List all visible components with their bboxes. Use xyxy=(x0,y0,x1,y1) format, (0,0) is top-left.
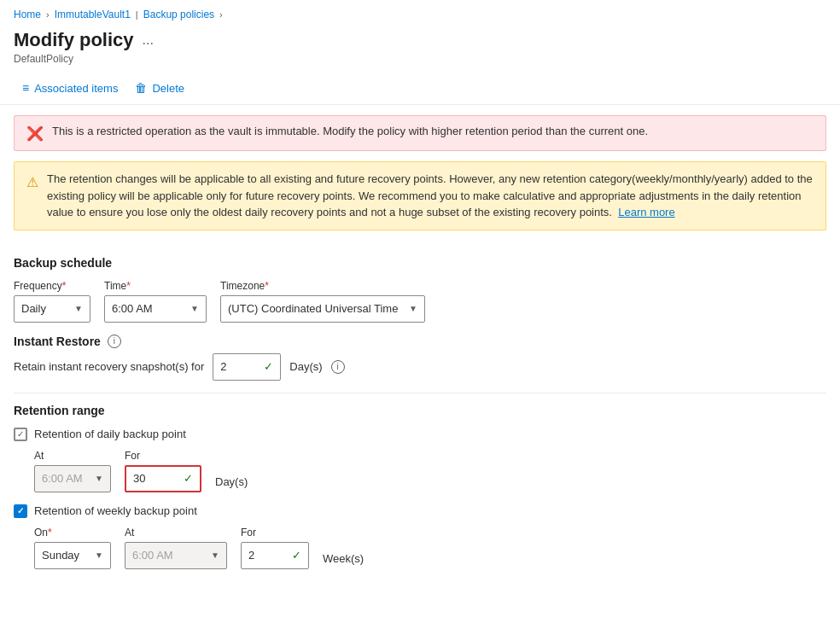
retain-row: Retain instant recovery snapshot(s) for … xyxy=(14,353,826,381)
list-icon: ≡ xyxy=(22,81,29,95)
weekly-checkbox[interactable] xyxy=(14,504,27,518)
breadcrumb-home[interactable]: Home xyxy=(14,9,41,20)
timezone-chevron: ▼ xyxy=(409,304,417,313)
daily-label: Retention of daily backup point xyxy=(34,428,186,440)
weekly-form-row: On* Sunday ▼ At 6:00 AM ▼ For 2 ✓ xyxy=(34,527,826,569)
retention-range-title: Retention range xyxy=(14,404,826,417)
backup-schedule-title: Backup schedule xyxy=(14,256,826,270)
timezone-value: (UTC) Coordinated Universal Time xyxy=(228,302,398,315)
time-field: Time* 6:00 AM ▼ xyxy=(104,280,207,323)
retain-value: 2 xyxy=(220,360,259,373)
breadcrumb: Home › ImmutableVault1 | Backup policies… xyxy=(0,0,840,26)
weekly-for-field: For 2 ✓ xyxy=(241,527,309,569)
toolbar: ≡ Associated items 🗑 Delete xyxy=(0,72,840,105)
main-content: Backup schedule Frequency* Daily ▼ Time*… xyxy=(0,241,840,588)
backup-schedule-row: Frequency* Daily ▼ Time* 6:00 AM ▼ Timez… xyxy=(14,280,826,323)
error-alert: ❌ This is a restricted operation as the … xyxy=(14,115,826,151)
daily-for-box[interactable]: 30 ✓ xyxy=(125,465,201,492)
daily-for-check-icon: ✓ xyxy=(184,472,193,485)
time-select[interactable]: 6:00 AM ▼ xyxy=(104,295,207,323)
frequency-select[interactable]: Daily ▼ xyxy=(14,295,90,323)
frequency-label: Frequency* xyxy=(14,280,90,292)
associated-items-button[interactable]: ≡ Associated items xyxy=(14,77,126,99)
retain-label: Retain instant recovery snapshot(s) for xyxy=(14,360,204,373)
instant-restore-title: Instant Restore xyxy=(14,335,101,348)
weekly-at-chevron: ▼ xyxy=(211,550,219,560)
breadcrumb-sep1: › xyxy=(46,9,50,20)
weekly-for-label: For xyxy=(241,527,309,539)
retain-value-box[interactable]: 2 ✓ xyxy=(213,353,281,381)
warning-icon: ⚠ xyxy=(26,172,38,193)
time-label: Time* xyxy=(104,280,207,292)
daily-for-value: 30 xyxy=(133,472,178,485)
delete-icon: 🗑 xyxy=(135,81,147,95)
breadcrumb-sep3: › xyxy=(219,9,223,20)
weekly-sub-form: On* Sunday ▼ At 6:00 AM ▼ For 2 ✓ xyxy=(34,527,826,569)
retain-check-icon: ✓ xyxy=(264,360,273,373)
daily-form-row: At 6:00 AM ▼ For 30 ✓ Day(s) xyxy=(34,450,826,492)
delete-label: Delete xyxy=(152,82,184,95)
timezone-label: Timezone* xyxy=(220,280,425,292)
daily-at-label: At xyxy=(34,450,111,462)
daily-at-chevron: ▼ xyxy=(95,474,103,483)
page-header: Modify policy ... xyxy=(0,26,840,53)
instant-restore-info-icon[interactable]: i xyxy=(108,335,121,348)
warning-text: The retention changes will be applicable… xyxy=(47,171,814,221)
weekly-on-chevron: ▼ xyxy=(95,550,103,560)
daily-at-field: At 6:00 AM ▼ xyxy=(34,450,111,492)
daily-sub-form: At 6:00 AM ▼ For 30 ✓ Day(s) xyxy=(34,450,826,492)
time-value: 6:00 AM xyxy=(112,302,153,315)
weekly-on-select[interactable]: Sunday ▼ xyxy=(34,542,111,569)
frequency-value: Daily xyxy=(21,302,46,315)
weekly-at-value: 6:00 AM xyxy=(132,549,173,562)
breadcrumb-vault[interactable]: ImmutableVault1 xyxy=(55,9,131,20)
timezone-select[interactable]: (UTC) Coordinated Universal Time ▼ xyxy=(220,295,425,323)
warning-alert: ⚠ The retention changes will be applicab… xyxy=(14,161,826,230)
daily-at-value: 6:00 AM xyxy=(42,472,83,485)
daily-checkbox-row: Retention of daily backup point xyxy=(14,428,826,441)
divider xyxy=(14,393,826,393)
breadcrumb-section[interactable]: Backup policies xyxy=(143,9,214,20)
weekly-label: Retention of weekly backup point xyxy=(34,504,197,517)
error-text: This is a restricted operation as the va… xyxy=(52,125,648,137)
retain-info-icon[interactable]: i xyxy=(331,360,345,374)
weekly-at-field: At 6:00 AM ▼ xyxy=(125,527,227,569)
policy-subtitle: DefaultPolicy xyxy=(0,53,840,72)
daily-unit: Day(s) xyxy=(215,475,248,488)
more-options-icon[interactable]: ... xyxy=(143,32,154,48)
daily-checkbox[interactable] xyxy=(14,428,27,441)
weekly-on-field: On* Sunday ▼ xyxy=(34,527,111,569)
daily-for-label: For xyxy=(125,450,201,462)
weekly-on-value: Sunday xyxy=(42,549,79,562)
error-icon: ❌ xyxy=(26,125,44,142)
weekly-checkbox-row: Retention of weekly backup point xyxy=(14,504,826,518)
weekly-for-check-icon: ✓ xyxy=(292,549,301,562)
daily-at-select[interactable]: 6:00 AM ▼ xyxy=(34,465,111,492)
daily-for-field: For 30 ✓ xyxy=(125,450,201,492)
delete-button[interactable]: 🗑 Delete xyxy=(126,77,193,99)
weekly-at-select[interactable]: 6:00 AM ▼ xyxy=(125,542,227,569)
retain-unit: Day(s) xyxy=(289,360,322,373)
timezone-field: Timezone* (UTC) Coordinated Universal Ti… xyxy=(220,280,425,323)
weekly-at-label: At xyxy=(125,527,227,539)
instant-restore-section: Instant Restore i xyxy=(14,335,826,348)
weekly-for-box[interactable]: 2 ✓ xyxy=(241,542,309,569)
weekly-unit: Week(s) xyxy=(323,552,364,565)
frequency-field: Frequency* Daily ▼ xyxy=(14,280,90,323)
page-title: Modify policy xyxy=(14,29,134,51)
frequency-chevron: ▼ xyxy=(74,304,83,313)
breadcrumb-sep2: | xyxy=(136,9,138,20)
associated-items-label: Associated items xyxy=(34,82,118,95)
learn-more-link[interactable]: Learn more xyxy=(618,206,674,218)
weekly-on-label: On* xyxy=(34,527,111,539)
time-chevron: ▼ xyxy=(190,304,199,313)
weekly-for-value: 2 xyxy=(248,549,287,562)
